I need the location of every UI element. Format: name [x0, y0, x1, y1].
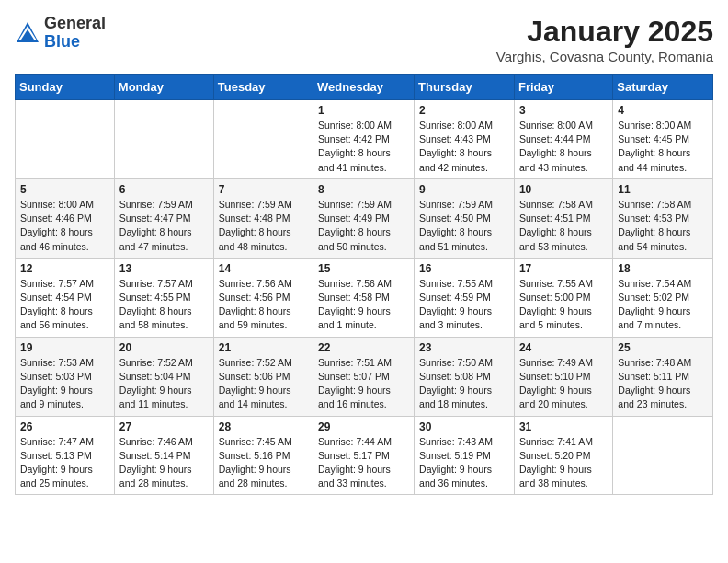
day-number: 22: [318, 341, 409, 354]
calendar-cell: 13Sunrise: 7:57 AM Sunset: 4:55 PM Dayli…: [114, 258, 213, 337]
day-info: Sunrise: 7:44 AM Sunset: 5:17 PM Dayligh…: [318, 435, 409, 491]
calendar-cell: 25Sunrise: 7:48 AM Sunset: 5:11 PM Dayli…: [613, 337, 713, 416]
day-info: Sunrise: 7:59 AM Sunset: 4:47 PM Dayligh…: [119, 198, 209, 254]
logo-blue-text: Blue: [44, 33, 106, 52]
day-number: 13: [119, 262, 209, 275]
day-info: Sunrise: 7:46 AM Sunset: 5:14 PM Dayligh…: [119, 435, 209, 491]
day-number: 15: [318, 262, 409, 275]
calendar-cell: 12Sunrise: 7:57 AM Sunset: 4:54 PM Dayli…: [16, 258, 115, 337]
day-number: 5: [20, 183, 109, 196]
day-info: Sunrise: 8:00 AM Sunset: 4:43 PM Dayligh…: [419, 119, 509, 175]
calendar-cell: 17Sunrise: 7:55 AM Sunset: 5:00 PM Dayli…: [514, 258, 612, 337]
location: Varghis, Covasna County, Romania: [496, 49, 713, 64]
calendar-week-row: 5Sunrise: 8:00 AM Sunset: 4:46 PM Daylig…: [16, 178, 713, 258]
weekday-header: Monday: [114, 75, 213, 100]
day-number: 10: [519, 183, 608, 196]
day-number: 3: [519, 104, 608, 117]
day-number: 31: [519, 420, 608, 433]
calendar-cell: 3Sunrise: 8:00 AM Sunset: 4:44 PM Daylig…: [514, 100, 612, 179]
calendar-cell: 23Sunrise: 7:50 AM Sunset: 5:08 PM Dayli…: [415, 337, 515, 416]
calendar-cell: 30Sunrise: 7:43 AM Sunset: 5:19 PM Dayli…: [415, 416, 515, 495]
calendar-cell: [613, 416, 713, 495]
calendar-cell: 19Sunrise: 7:53 AM Sunset: 5:03 PM Dayli…: [16, 337, 115, 416]
day-number: 14: [219, 262, 308, 275]
calendar-cell: 4Sunrise: 8:00 AM Sunset: 4:45 PM Daylig…: [613, 100, 713, 179]
weekday-header: Sunday: [16, 75, 115, 100]
calendar-week-row: 19Sunrise: 7:53 AM Sunset: 5:03 PM Dayli…: [16, 337, 713, 416]
calendar-cell: 29Sunrise: 7:44 AM Sunset: 5:17 PM Dayli…: [313, 416, 415, 495]
day-number: 25: [618, 341, 708, 354]
day-info: Sunrise: 7:54 AM Sunset: 5:02 PM Dayligh…: [618, 277, 708, 333]
day-number: 12: [20, 262, 109, 275]
day-number: 11: [618, 183, 708, 196]
weekday-header: Wednesday: [313, 75, 415, 100]
day-info: Sunrise: 7:59 AM Sunset: 4:48 PM Dayligh…: [219, 198, 308, 254]
month-title: January 2025: [496, 15, 713, 49]
day-info: Sunrise: 7:52 AM Sunset: 5:06 PM Dayligh…: [219, 356, 308, 412]
day-info: Sunrise: 7:58 AM Sunset: 4:53 PM Dayligh…: [618, 198, 708, 254]
calendar-week-row: 1Sunrise: 8:00 AM Sunset: 4:42 PM Daylig…: [16, 100, 713, 179]
logo-general-text: General: [44, 15, 106, 33]
calendar-cell: 10Sunrise: 7:58 AM Sunset: 4:51 PM Dayli…: [514, 178, 612, 258]
day-number: 19: [20, 341, 109, 354]
calendar-cell: 31Sunrise: 7:41 AM Sunset: 5:20 PM Dayli…: [514, 416, 612, 495]
calendar-cell: 27Sunrise: 7:46 AM Sunset: 5:14 PM Dayli…: [114, 416, 213, 495]
day-number: 8: [318, 183, 409, 196]
calendar-cell: 9Sunrise: 7:59 AM Sunset: 4:50 PM Daylig…: [415, 178, 515, 258]
day-info: Sunrise: 8:00 AM Sunset: 4:46 PM Dayligh…: [20, 198, 109, 254]
day-info: Sunrise: 7:53 AM Sunset: 5:03 PM Dayligh…: [20, 356, 109, 412]
logo-icon: [15, 20, 40, 46]
page-header: General Blue January 2025 Varghis, Covas…: [15, 15, 713, 64]
calendar-cell: 7Sunrise: 7:59 AM Sunset: 4:48 PM Daylig…: [213, 178, 313, 258]
day-info: Sunrise: 7:56 AM Sunset: 4:56 PM Dayligh…: [219, 277, 308, 333]
day-info: Sunrise: 7:59 AM Sunset: 4:50 PM Dayligh…: [419, 198, 509, 254]
day-number: 17: [519, 262, 608, 275]
title-block: January 2025 Varghis, Covasna County, Ro…: [496, 15, 713, 64]
calendar-cell: 21Sunrise: 7:52 AM Sunset: 5:06 PM Dayli…: [213, 337, 313, 416]
day-number: 27: [119, 420, 209, 433]
day-info: Sunrise: 7:45 AM Sunset: 5:16 PM Dayligh…: [219, 435, 308, 491]
day-info: Sunrise: 7:56 AM Sunset: 4:58 PM Dayligh…: [318, 277, 409, 333]
calendar-week-row: 12Sunrise: 7:57 AM Sunset: 4:54 PM Dayli…: [16, 258, 713, 337]
calendar-cell: 28Sunrise: 7:45 AM Sunset: 5:16 PM Dayli…: [213, 416, 313, 495]
calendar-week-row: 26Sunrise: 7:47 AM Sunset: 5:13 PM Dayli…: [16, 416, 713, 495]
day-info: Sunrise: 7:52 AM Sunset: 5:04 PM Dayligh…: [119, 356, 209, 412]
calendar-cell: 16Sunrise: 7:55 AM Sunset: 4:59 PM Dayli…: [415, 258, 515, 337]
calendar-cell: 22Sunrise: 7:51 AM Sunset: 5:07 PM Dayli…: [313, 337, 415, 416]
logo-text: General Blue: [44, 15, 106, 52]
calendar-cell: 8Sunrise: 7:59 AM Sunset: 4:49 PM Daylig…: [313, 178, 415, 258]
calendar-table: SundayMondayTuesdayWednesdayThursdayFrid…: [15, 74, 713, 495]
calendar-cell: 18Sunrise: 7:54 AM Sunset: 5:02 PM Dayli…: [613, 258, 713, 337]
calendar-cell: 5Sunrise: 8:00 AM Sunset: 4:46 PM Daylig…: [16, 178, 115, 258]
day-number: 20: [119, 341, 209, 354]
day-number: 9: [419, 183, 509, 196]
calendar-cell: [213, 100, 313, 179]
calendar-cell: 24Sunrise: 7:49 AM Sunset: 5:10 PM Dayli…: [514, 337, 612, 416]
day-info: Sunrise: 7:59 AM Sunset: 4:49 PM Dayligh…: [318, 198, 409, 254]
weekday-header: Saturday: [613, 75, 713, 100]
calendar-cell: [114, 100, 213, 179]
calendar-cell: 2Sunrise: 8:00 AM Sunset: 4:43 PM Daylig…: [415, 100, 515, 179]
day-number: 30: [419, 420, 509, 433]
day-info: Sunrise: 7:58 AM Sunset: 4:51 PM Dayligh…: [519, 198, 608, 254]
day-number: 26: [20, 420, 109, 433]
day-info: Sunrise: 8:00 AM Sunset: 4:42 PM Dayligh…: [318, 119, 409, 175]
day-number: 4: [618, 104, 708, 117]
day-info: Sunrise: 7:55 AM Sunset: 5:00 PM Dayligh…: [519, 277, 608, 333]
day-number: 16: [419, 262, 509, 275]
day-number: 7: [219, 183, 308, 196]
weekday-header: Thursday: [415, 75, 515, 100]
day-number: 24: [519, 341, 608, 354]
day-info: Sunrise: 7:41 AM Sunset: 5:20 PM Dayligh…: [519, 435, 608, 491]
weekday-header: Friday: [514, 75, 612, 100]
calendar-cell: 26Sunrise: 7:47 AM Sunset: 5:13 PM Dayli…: [16, 416, 115, 495]
day-info: Sunrise: 7:57 AM Sunset: 4:54 PM Dayligh…: [20, 277, 109, 333]
day-number: 28: [219, 420, 308, 433]
day-info: Sunrise: 7:50 AM Sunset: 5:08 PM Dayligh…: [419, 356, 509, 412]
day-info: Sunrise: 7:47 AM Sunset: 5:13 PM Dayligh…: [20, 435, 109, 491]
calendar-cell: 1Sunrise: 8:00 AM Sunset: 4:42 PM Daylig…: [313, 100, 415, 179]
calendar-cell: 6Sunrise: 7:59 AM Sunset: 4:47 PM Daylig…: [114, 178, 213, 258]
day-number: 29: [318, 420, 409, 433]
day-info: Sunrise: 8:00 AM Sunset: 4:45 PM Dayligh…: [618, 119, 708, 175]
day-info: Sunrise: 7:43 AM Sunset: 5:19 PM Dayligh…: [419, 435, 509, 491]
